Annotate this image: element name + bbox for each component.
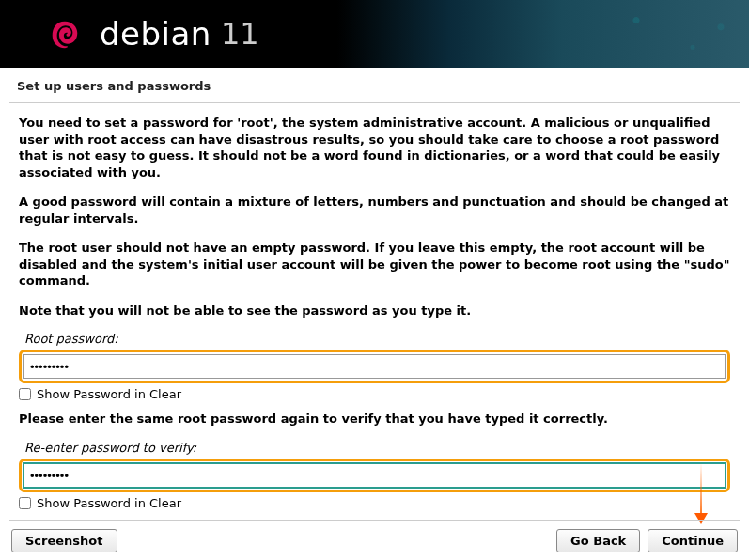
installer-header: debian 11 — [0, 0, 749, 68]
intro-para-4: Note that you will not be able to see th… — [19, 303, 730, 319]
footer-bar: Screenshot Go Back Continue — [0, 529, 749, 552]
intro-para-2: A good password will contain a mixture o… — [19, 194, 730, 226]
verify-password-label: Re-enter password to verify: — [24, 441, 730, 455]
show-verify-password-label: Show Password in Clear — [37, 496, 181, 510]
continue-button[interactable]: Continue — [648, 529, 738, 552]
verify-password-highlight — [19, 459, 730, 492]
debian-swirl-logo — [47, 16, 83, 52]
nav-button-group: Go Back Continue — [556, 529, 738, 552]
root-password-label: Root password: — [24, 332, 730, 346]
divider-bottom — [9, 520, 740, 521]
screenshot-button[interactable]: Screenshot — [11, 529, 117, 552]
intro-para-3: The root user should not have an empty p… — [19, 240, 730, 289]
intro-para-1: You need to set a password for 'root', t… — [19, 115, 730, 180]
verify-prompt: Please enter the same root password agai… — [19, 411, 730, 428]
show-verify-password-row[interactable]: Show Password in Clear — [19, 496, 730, 510]
show-root-password-checkbox[interactable] — [19, 388, 31, 400]
annotation-arrow — [700, 462, 702, 522]
main-panel: You need to set a password for 'root', t… — [0, 103, 749, 510]
verify-password-input[interactable] — [23, 463, 726, 488]
show-root-password-label: Show Password in Clear — [37, 387, 181, 401]
brand-name: debian — [100, 15, 211, 53]
brand-version: 11 — [221, 16, 259, 52]
step-title: Set up users and passwords — [0, 68, 749, 102]
show-verify-password-checkbox[interactable] — [19, 497, 31, 509]
show-root-password-row[interactable]: Show Password in Clear — [19, 387, 730, 401]
root-password-input[interactable] — [23, 354, 726, 379]
go-back-button[interactable]: Go Back — [556, 529, 640, 552]
root-password-highlight — [19, 350, 730, 383]
